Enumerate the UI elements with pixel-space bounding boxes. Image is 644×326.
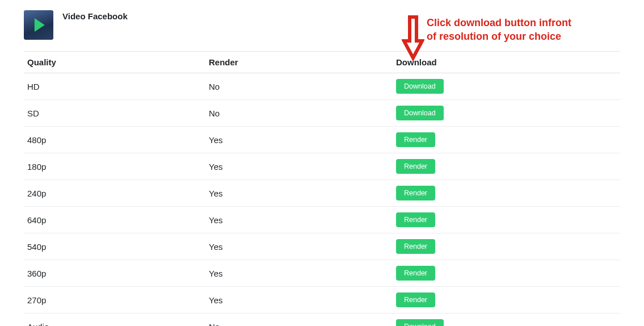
play-icon — [35, 18, 45, 32]
download-cell: Download — [393, 73, 620, 100]
quality-cell: 360p — [24, 260, 205, 287]
download-cell: Render — [393, 287, 620, 314]
video-title: Video Facebook — [62, 10, 128, 21]
render-cell: Yes — [205, 207, 393, 233]
table-row: SDNoDownload — [24, 100, 620, 127]
download-cell: Download — [393, 100, 620, 127]
download-cell: Render — [393, 153, 620, 180]
table-row: 180pYesRender — [24, 153, 620, 180]
quality-cell: 540p — [24, 233, 205, 260]
render-cell: No — [205, 314, 393, 327]
header-quality: Quality — [24, 52, 205, 73]
table-row: AudioNoDownload — [24, 314, 620, 327]
download-cell: Render — [393, 207, 620, 233]
quality-cell: 480p — [24, 127, 205, 153]
render-button[interactable]: Render — [396, 132, 435, 147]
render-cell: Yes — [205, 287, 393, 314]
render-cell: Yes — [205, 260, 393, 287]
render-button[interactable]: Render — [396, 186, 435, 200]
render-cell: Yes — [205, 127, 393, 153]
table-row: 480pYesRender — [24, 127, 620, 153]
header-render: Render — [205, 52, 393, 73]
render-button[interactable]: Render — [396, 239, 435, 254]
render-cell: No — [205, 73, 393, 100]
header-download: Download — [393, 52, 620, 73]
download-button[interactable]: Download — [396, 79, 444, 94]
table-row: 240pYesRender — [24, 180, 620, 207]
quality-cell: 640p — [24, 207, 205, 233]
render-cell: Yes — [205, 180, 393, 207]
quality-cell: HD — [24, 73, 205, 100]
download-cell: Render — [393, 260, 620, 287]
video-header: Video Facebook — [24, 10, 620, 40]
table-row: 360pYesRender — [24, 260, 620, 287]
table-row: 540pYesRender — [24, 233, 620, 260]
table-row: 640pYesRender — [24, 207, 620, 233]
download-cell: Render — [393, 180, 620, 207]
render-button[interactable]: Render — [396, 159, 435, 174]
render-button[interactable]: Render — [396, 266, 435, 281]
download-cell: Render — [393, 233, 620, 260]
quality-cell: 180p — [24, 153, 205, 180]
quality-cell: 240p — [24, 180, 205, 207]
download-cell: Render — [393, 127, 620, 153]
render-cell: Yes — [205, 233, 393, 260]
video-thumbnail[interactable] — [24, 10, 53, 40]
render-button[interactable]: Render — [396, 292, 435, 307]
quality-cell: SD — [24, 100, 205, 127]
render-button[interactable]: Render — [396, 212, 435, 227]
download-button[interactable]: Download — [396, 319, 444, 326]
download-button[interactable]: Download — [396, 106, 444, 120]
render-cell: No — [205, 100, 393, 127]
render-cell: Yes — [205, 153, 393, 180]
quality-cell: 270p — [24, 287, 205, 314]
table-row: 270pYesRender — [24, 287, 620, 314]
quality-cell: Audio — [24, 314, 205, 327]
table-row: HDNoDownload — [24, 73, 620, 100]
download-cell: Download — [393, 314, 620, 327]
quality-table: Quality Render Download HDNoDownloadSDNo… — [24, 51, 620, 326]
